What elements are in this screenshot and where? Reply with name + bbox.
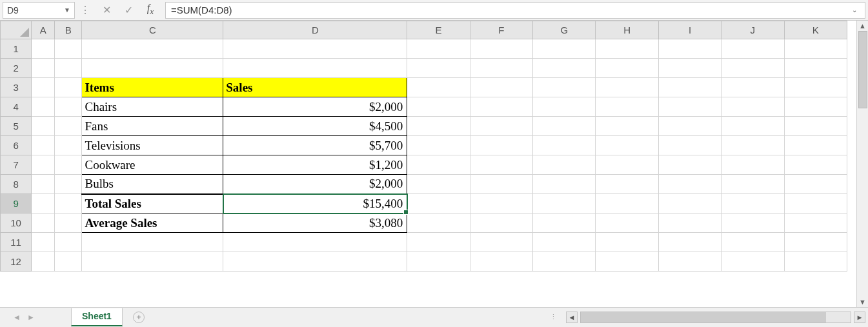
row-header-8[interactable]: 8 bbox=[1, 175, 32, 194]
cell-C11[interactable] bbox=[82, 233, 223, 252]
cell-G4[interactable] bbox=[533, 97, 596, 117]
cell-E4[interactable] bbox=[407, 97, 470, 117]
cell-A4[interactable] bbox=[32, 97, 55, 117]
cell-F5[interactable] bbox=[470, 117, 532, 136]
cell-J12[interactable] bbox=[722, 252, 784, 272]
cell-G1[interactable] bbox=[533, 39, 596, 59]
cell-E7[interactable] bbox=[407, 155, 470, 175]
grip-icon[interactable]: ⋮ bbox=[550, 313, 558, 321]
cell-A8[interactable] bbox=[32, 175, 55, 194]
cell-B1[interactable] bbox=[55, 39, 82, 59]
cell-H8[interactable] bbox=[596, 175, 658, 194]
cell-H1[interactable] bbox=[596, 39, 658, 59]
cell-E5[interactable] bbox=[407, 117, 470, 136]
col-header-G[interactable]: G bbox=[533, 21, 596, 39]
cell-G8[interactable] bbox=[533, 175, 596, 194]
row-header-11[interactable]: 11 bbox=[1, 233, 32, 252]
cell-H5[interactable] bbox=[596, 117, 658, 136]
chevron-down-icon[interactable]: ▼ bbox=[64, 6, 70, 14]
cell-F11[interactable] bbox=[470, 233, 532, 252]
cell-I8[interactable] bbox=[658, 175, 721, 194]
cell-C12[interactable] bbox=[82, 252, 223, 272]
cell-G5[interactable] bbox=[533, 117, 596, 136]
cell-A7[interactable] bbox=[32, 155, 55, 175]
cell-C8[interactable]: Bulbs bbox=[82, 175, 223, 194]
cell-E11[interactable] bbox=[407, 233, 470, 252]
cell-F1[interactable] bbox=[470, 39, 532, 59]
cell-H3[interactable] bbox=[596, 78, 658, 97]
cell-B2[interactable] bbox=[55, 59, 82, 78]
cell-A12[interactable] bbox=[32, 252, 55, 272]
cell-I4[interactable] bbox=[658, 97, 721, 117]
col-header-H[interactable]: H bbox=[596, 21, 658, 39]
cell-J4[interactable] bbox=[722, 97, 784, 117]
row-header-12[interactable]: 12 bbox=[1, 252, 32, 272]
formula-input[interactable]: =SUM(D4:D8) ⌄ bbox=[165, 2, 865, 19]
cell-D11[interactable] bbox=[223, 233, 407, 252]
cell-H11[interactable] bbox=[596, 233, 658, 252]
name-box[interactable]: D9 ▼ bbox=[3, 2, 75, 19]
scroll-thumb[interactable] bbox=[858, 31, 867, 108]
cell-J3[interactable] bbox=[722, 78, 784, 97]
tab-next-icon[interactable]: ► bbox=[27, 313, 35, 322]
cell-G7[interactable] bbox=[533, 155, 596, 175]
cell-F10[interactable] bbox=[470, 213, 532, 233]
cell-F4[interactable] bbox=[470, 97, 532, 117]
cell-F9[interactable] bbox=[470, 194, 532, 213]
cell-F2[interactable] bbox=[470, 59, 532, 78]
cell-H10[interactable] bbox=[596, 213, 658, 233]
cell-A2[interactable] bbox=[32, 59, 55, 78]
cell-D3[interactable]: Sales bbox=[223, 78, 407, 97]
cell-G12[interactable] bbox=[533, 252, 596, 272]
col-header-B[interactable]: B bbox=[55, 21, 82, 39]
fx-icon[interactable]: fx bbox=[139, 3, 161, 17]
cell-G11[interactable] bbox=[533, 233, 596, 252]
row-header-9[interactable]: 9 bbox=[1, 194, 32, 213]
cell-D5[interactable]: $4,500 bbox=[223, 117, 407, 136]
cell-C4[interactable]: Chairs bbox=[82, 97, 223, 117]
row-header-1[interactable]: 1 bbox=[1, 39, 32, 59]
cell-K12[interactable] bbox=[784, 252, 847, 272]
cell-K8[interactable] bbox=[784, 175, 847, 194]
cell-I9[interactable] bbox=[658, 194, 721, 213]
col-header-J[interactable]: J bbox=[722, 21, 784, 39]
cell-A3[interactable] bbox=[32, 78, 55, 97]
cell-D12[interactable] bbox=[223, 252, 407, 272]
col-header-K[interactable]: K bbox=[784, 21, 847, 39]
cell-J6[interactable] bbox=[722, 136, 784, 155]
cell-B7[interactable] bbox=[55, 155, 82, 175]
cell-J2[interactable] bbox=[722, 59, 784, 78]
cell-K7[interactable] bbox=[784, 155, 847, 175]
cell-F12[interactable] bbox=[470, 252, 532, 272]
cell-E12[interactable] bbox=[407, 252, 470, 272]
cell-C2[interactable] bbox=[82, 59, 223, 78]
cell-J1[interactable] bbox=[722, 39, 784, 59]
row-header-5[interactable]: 5 bbox=[1, 117, 32, 136]
cell-G2[interactable] bbox=[533, 59, 596, 78]
cell-B6[interactable] bbox=[55, 136, 82, 155]
cell-D2[interactable] bbox=[223, 59, 407, 78]
cell-H9[interactable] bbox=[596, 194, 658, 213]
cell-G10[interactable] bbox=[533, 213, 596, 233]
add-sheet-button[interactable]: + bbox=[133, 312, 145, 323]
cell-K11[interactable] bbox=[784, 233, 847, 252]
cell-H2[interactable] bbox=[596, 59, 658, 78]
cell-B5[interactable] bbox=[55, 117, 82, 136]
cell-F7[interactable] bbox=[470, 155, 532, 175]
horizontal-scrollbar[interactable]: ⋮ ◄ ► bbox=[145, 312, 868, 323]
cell-K2[interactable] bbox=[784, 59, 847, 78]
cell-H6[interactable] bbox=[596, 136, 658, 155]
cell-D6[interactable]: $5,700 bbox=[223, 136, 407, 155]
scroll-left-icon[interactable]: ◄ bbox=[566, 312, 578, 323]
cell-A5[interactable] bbox=[32, 117, 55, 136]
row-header-3[interactable]: 3 bbox=[1, 78, 32, 97]
col-header-E[interactable]: E bbox=[407, 21, 470, 39]
scroll-right-icon[interactable]: ► bbox=[854, 312, 865, 323]
row-header-7[interactable]: 7 bbox=[1, 155, 32, 175]
cell-J9[interactable] bbox=[722, 194, 784, 213]
cell-H7[interactable] bbox=[596, 155, 658, 175]
cell-B8[interactable] bbox=[55, 175, 82, 194]
spreadsheet-grid[interactable]: A B C D E F G H I J K 123ItemsSales4Chai… bbox=[0, 21, 856, 307]
cell-C3[interactable]: Items bbox=[82, 78, 223, 97]
cell-C10[interactable]: Average Sales bbox=[82, 213, 223, 233]
